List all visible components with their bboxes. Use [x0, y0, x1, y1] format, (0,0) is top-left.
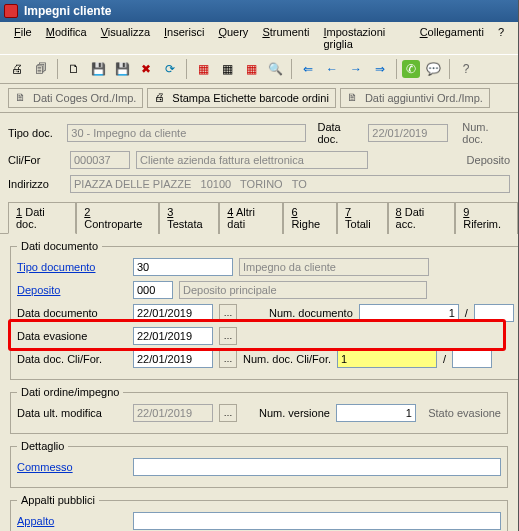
docs-icon[interactable]: 🗐	[30, 58, 52, 80]
num-doc-label: Num. doc.	[462, 121, 510, 145]
dati-aggiuntivi-button[interactable]: 🗎 Dati aggiuntivi Ord./Imp.	[340, 88, 490, 108]
stampa-etichette-button[interactable]: 🖨 Stampa Etichette barcode ordini	[147, 88, 336, 108]
num-documento-label: Num. documento	[269, 307, 353, 319]
save-plus-icon[interactable]: 💾	[111, 58, 133, 80]
new-icon[interactable]: 🗋	[63, 58, 85, 80]
data-documento-field[interactable]	[133, 304, 213, 322]
tipo-documento-link[interactable]: Tipo documento	[17, 261, 127, 273]
tipo-doc-label: Tipo doc.	[8, 127, 61, 139]
deposito-label: Deposito	[467, 154, 510, 166]
refresh-icon[interactable]: ⟳	[159, 58, 181, 80]
menu-modifica[interactable]: Modifica	[40, 24, 93, 52]
tab-riferim[interactable]: 9 Riferim.	[455, 202, 518, 234]
deposito-desc	[179, 281, 427, 299]
chat-icon[interactable]: 💬	[422, 58, 444, 80]
printer-icon: 🖨	[154, 91, 168, 105]
first-icon[interactable]: ⇐	[297, 58, 319, 80]
last-icon[interactable]: ⇒	[369, 58, 391, 80]
data-doc-clifor-label: Data doc. Cli/For.	[17, 353, 127, 365]
tipo-doc-field[interactable]	[67, 124, 305, 142]
data-ult-modifica-field	[133, 404, 213, 422]
menu-query[interactable]: Query	[212, 24, 254, 52]
appalto-field[interactable]	[133, 512, 501, 530]
deposito-link[interactable]: Deposito	[17, 284, 127, 296]
grid-x-icon[interactable]: ▦	[240, 58, 262, 80]
fieldset-dati-ordine: Dati ordine/impegno Data ult. modifica ……	[10, 386, 508, 434]
menu-impostazioni-griglia[interactable]: Impostazioni griglia	[317, 24, 411, 52]
date-picker-button[interactable]: …	[219, 327, 237, 345]
grid-icon[interactable]: ▦	[216, 58, 238, 80]
menu-file[interactable]: File	[8, 24, 38, 52]
toolbar-main: 🖨 🗐 🗋 💾 💾 ✖ ⟳ ▦ ▦ ▦ 🔍 ⇐ ← → ⇒ ✆ 💬 ?	[0, 55, 518, 84]
header-form: Tipo doc. Data doc. Num. doc. Cli/For De…	[0, 113, 518, 193]
menu-inserisci[interactable]: Inserisci	[158, 24, 210, 52]
tab-altri-dati[interactable]: 4 Altri dati	[219, 202, 283, 234]
doc-icon: 🗎	[15, 91, 29, 105]
fieldset-appalti: Appalti pubblici Appalto	[10, 494, 508, 531]
menu-strumenti[interactable]: Strumenti	[256, 24, 315, 52]
num-documento-suffix[interactable]	[474, 304, 514, 322]
tab-controparte[interactable]: 2 Controparte	[76, 202, 159, 234]
phone-icon[interactable]: ✆	[402, 60, 420, 78]
stato-evasione-label: Stato evasione	[428, 407, 501, 419]
tab-strip: 1 Dati doc. 2 Controparte 3 Testata 4 Al…	[0, 201, 518, 234]
commesso-field[interactable]	[133, 458, 501, 476]
prev-icon[interactable]: ←	[321, 58, 343, 80]
deposito-field[interactable]	[133, 281, 173, 299]
commesso-link[interactable]: Commesso	[17, 461, 127, 473]
fieldset-dettaglio: Dettaglio Commesso	[10, 440, 508, 488]
tab-testata[interactable]: 3 Testata	[159, 202, 219, 234]
appalto-link[interactable]: Appalto	[17, 515, 127, 527]
tab-dati-doc[interactable]: 1 Dati doc.	[8, 202, 76, 234]
tab-dati-acc[interactable]: 8 Dati acc.	[388, 202, 456, 234]
clifor-label: Cli/For	[8, 154, 64, 166]
print-icon[interactable]: 🖨	[6, 58, 28, 80]
separator	[449, 59, 450, 79]
tab-totali[interactable]: 7 Totali	[337, 202, 387, 234]
clifor-code-field[interactable]	[70, 151, 130, 169]
separator	[57, 59, 58, 79]
tipo-documento-desc	[239, 258, 429, 276]
data-evasione-label: Data evasione	[17, 330, 127, 342]
legend-dati-ordine: Dati ordine/impegno	[17, 386, 123, 398]
separator	[396, 59, 397, 79]
doc-icon: 🗎	[347, 91, 361, 105]
fieldset-dati-documento: Dati documento Tipo documento Caus. Ord/…	[10, 240, 519, 380]
data-evasione-field[interactable]	[133, 327, 213, 345]
menu-help[interactable]: ?	[492, 24, 510, 52]
save-icon[interactable]: 💾	[87, 58, 109, 80]
help-icon[interactable]: ?	[455, 58, 477, 80]
data-doc-field[interactable]	[368, 124, 448, 142]
search-icon[interactable]: 🔍	[264, 58, 286, 80]
legend-appalti: Appalti pubblici	[17, 494, 99, 506]
date-picker-button[interactable]: …	[219, 404, 237, 422]
data-documento-label: Data documento	[17, 307, 127, 319]
app-icon	[4, 4, 18, 18]
data-ult-modifica-label: Data ult. modifica	[17, 407, 127, 419]
num-doc-clifor-field[interactable]	[337, 350, 437, 368]
menu-collegamenti[interactable]: Collegamenti	[414, 24, 490, 52]
menu-visualizza[interactable]: Visualizza	[95, 24, 156, 52]
legend-dettaglio: Dettaglio	[17, 440, 68, 452]
date-picker-button[interactable]: …	[219, 304, 237, 322]
indirizzo-field[interactable]	[70, 175, 510, 193]
delete-icon[interactable]: ✖	[135, 58, 157, 80]
next-icon[interactable]: →	[345, 58, 367, 80]
stampa-etichette-label: Stampa Etichette barcode ordini	[172, 92, 329, 104]
toolbar-second: 🗎 Dati Coges Ord./Imp. 🖨 Stampa Etichett…	[0, 84, 518, 113]
tab-body: Dati documento Tipo documento Caus. Ord/…	[0, 234, 518, 531]
clifor-desc-field[interactable]	[136, 151, 368, 169]
title-bar: Impegni cliente	[0, 0, 518, 22]
dati-coges-button[interactable]: 🗎 Dati Coges Ord./Imp.	[8, 88, 143, 108]
num-versione-field[interactable]	[336, 404, 416, 422]
date-picker-button[interactable]: …	[219, 350, 237, 368]
num-documento-field[interactable]	[359, 304, 459, 322]
num-doc-clifor-suffix[interactable]	[452, 350, 492, 368]
tipo-documento-field[interactable]	[133, 258, 233, 276]
indirizzo-label: Indirizzo	[8, 178, 64, 190]
menu-bar: File Modifica Visualizza Inserisci Query…	[0, 22, 518, 55]
dati-aggiuntivi-label: Dati aggiuntivi Ord./Imp.	[365, 92, 483, 104]
grid-red-icon[interactable]: ▦	[192, 58, 214, 80]
tab-righe[interactable]: 6 Righe	[283, 202, 337, 234]
data-doc-clifor-field[interactable]	[133, 350, 213, 368]
